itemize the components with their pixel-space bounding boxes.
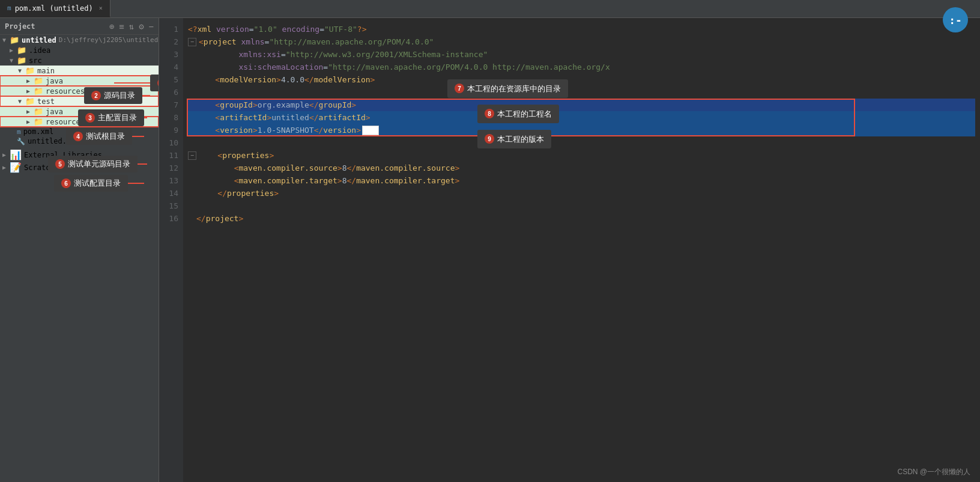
tree-label-ext-libs: External Libraries — [24, 151, 102, 159]
tree-item-ext-libs[interactable]: ▶ 📊 External Libraries — [0, 148, 159, 161]
code-span: org.example — [258, 99, 309, 111]
tree-label-resources-test: resources — [46, 118, 85, 126]
tree-item-src[interactable]: ▼ 📁 src — [0, 55, 159, 66]
folder-icon-test: 📁 — [25, 97, 35, 106]
code-span: < — [215, 73, 220, 86]
code-editor[interactable]: <?xml version="1.0" encoding="UTF-8"?> −… — [183, 18, 980, 482]
line-num-5: 5 — [159, 73, 178, 86]
selected-lines-container: <groupId>org.example</groupId> <artifact… — [188, 99, 975, 136]
main-layout: Project ⊕ ≡ ⇅ ⚙ − ▼ 📁 untitled D:\jeffre… — [0, 18, 980, 482]
tree-label-idea: .idea — [29, 46, 50, 55]
fold-marker-11[interactable]: − — [188, 151, 196, 160]
code-span: xml — [198, 23, 211, 35]
tree-item-idea[interactable]: ▶ 📁 .idea — [0, 45, 159, 55]
arrow-main: ▼ — [18, 67, 25, 74]
code-line-11: − <properties> — [188, 149, 975, 162]
scroll-to-icon[interactable]: ≡ — [119, 22, 124, 31]
code-span — [196, 162, 234, 174]
tree-label-path: D:\jeffrey\j2205\untitled — [59, 36, 159, 44]
code-span: encoding — [277, 23, 319, 35]
code-span — [196, 174, 234, 187]
fold-marker-2[interactable]: − — [188, 38, 196, 46]
tree-label-scratches: Scratches and Consoles — [24, 163, 119, 172]
folder-icon-main: 📁 — [25, 66, 35, 75]
code-span: > — [455, 162, 460, 174]
tree-label-iml: untitled.iml — [28, 137, 80, 145]
tree-item-untitled[interactable]: ▼ 📁 untitled D:\jeffrey\j2205\untitled — [0, 35, 159, 45]
code-span: untitled — [271, 111, 309, 124]
code-span: > — [356, 124, 361, 136]
folder-icon-resources-test: 📁 — [34, 117, 43, 126]
code-span — [196, 48, 238, 61]
code-span: maven.compiler.target — [238, 174, 337, 187]
folder-icon-src: 📁 — [17, 56, 26, 65]
tree-item-scratches[interactable]: ▶ 📝 Scratches and Consoles — [0, 161, 159, 174]
line-num-7: 7 — [159, 99, 178, 111]
tab-pom-xml[interactable]: m pom.xml (untitled) × — [0, 0, 110, 17]
tree-item-main[interactable]: ▼ 📁 main — [0, 66, 159, 76]
code-span: project — [204, 35, 237, 48]
code-span: > — [455, 174, 460, 187]
close-sidebar-icon[interactable]: − — [149, 22, 154, 31]
tree-item-resources-main[interactable]: ▶ 📁 resources — [0, 86, 159, 96]
collapse-icon[interactable]: ⇅ — [129, 22, 134, 31]
code-span: xsi:schemaLocation — [238, 61, 323, 73]
sidebar: Project ⊕ ≡ ⇅ ⚙ − ▼ 📁 untitled D:\jeffre… — [0, 18, 159, 482]
arrow-java-main: ▶ — [26, 78, 34, 84]
code-line-14: − </properties> — [188, 187, 975, 200]
arrow-src: ▼ — [10, 57, 17, 64]
code-span: </ — [309, 99, 319, 111]
code-span — [199, 187, 217, 200]
tab-close-button[interactable]: × — [99, 5, 103, 11]
code-span: "UTF-8" — [324, 23, 357, 35]
line-num-1: 1 — [159, 23, 178, 35]
code-span: > — [351, 99, 356, 111]
code-span: > — [371, 73, 375, 86]
code-span: > — [269, 149, 274, 162]
code-span: = — [323, 61, 328, 73]
folder-icon-untitled: 📁 — [10, 35, 19, 44]
code-span: > — [253, 124, 258, 136]
watermark: CSDN @一个很懒的人 — [897, 467, 970, 477]
sidebar-header: Project ⊕ ≡ ⇅ ⚙ − — [0, 18, 159, 35]
code-span: artifactId — [220, 111, 267, 124]
code-span: = — [281, 48, 286, 61]
tab-file-icon: m — [7, 4, 11, 12]
file-icon-iml: 🔧 — [17, 138, 25, 145]
tree-item-java-test[interactable]: ▶ 📁 java — [0, 106, 159, 117]
code-line-16: </project> — [188, 212, 975, 225]
tree-item-resources-test[interactable]: ▶ 📁 resources — [0, 117, 159, 127]
settings-icon[interactable]: ⚙ — [139, 22, 144, 31]
cursor-block — [362, 126, 379, 135]
code-span: < — [199, 35, 204, 48]
tree-item-iml[interactable]: ▶ 🔧 untitled.iml — [0, 136, 159, 146]
code-span — [199, 149, 217, 162]
tree-item-test[interactable]: ▼ 📁 test — [0, 96, 159, 106]
tree-item-java-main[interactable]: ▶ 📁 java — [0, 76, 159, 86]
code-line-13: <maven.compiler.target>8</maven.compiler… — [188, 174, 975, 187]
code-line-2: − <project xmlns="http://maven.apache.or… — [188, 35, 975, 48]
tree-item-pomxml[interactable]: ▶ m pom.xml — [0, 127, 159, 136]
line-num-14: 14 — [159, 187, 178, 200]
code-line-4: xsi:schemaLocation="http://maven.apache.… — [188, 61, 975, 73]
code-span: < — [217, 149, 222, 162]
add-item-icon[interactable]: ⊕ — [109, 22, 114, 31]
folder-icon-idea: 📁 — [17, 46, 26, 55]
code-line-1: <?xml version="1.0" encoding="UTF-8"?> — [188, 23, 975, 35]
code-span: 1.0-SNAPSHOT — [258, 124, 314, 136]
editor-area: 1 2 3 4 5 6 7 8 9 10 11 12 13 14 15 16 — [159, 18, 980, 482]
code-span: maven.compiler.target — [356, 174, 455, 187]
lib-icon: 📊 — [10, 149, 22, 160]
code-line-9: <version>1.0-SNAPSHOT</version> — [188, 124, 975, 136]
code-span: > — [238, 212, 243, 225]
code-line-15 — [188, 200, 975, 212]
tree-label-test: test — [37, 97, 55, 106]
code-line-12: <maven.compiler.source>8</maven.compiler… — [188, 162, 975, 174]
user-avatar[interactable]: :- — [943, 7, 968, 32]
code-span: < — [234, 162, 239, 174]
code-line-8: <artifactId>untitled</artifactId> — [188, 111, 975, 124]
code-span: < — [215, 99, 220, 111]
code-span: xmlns — [237, 35, 265, 48]
code-span: = — [319, 23, 324, 35]
code-span — [196, 124, 215, 136]
